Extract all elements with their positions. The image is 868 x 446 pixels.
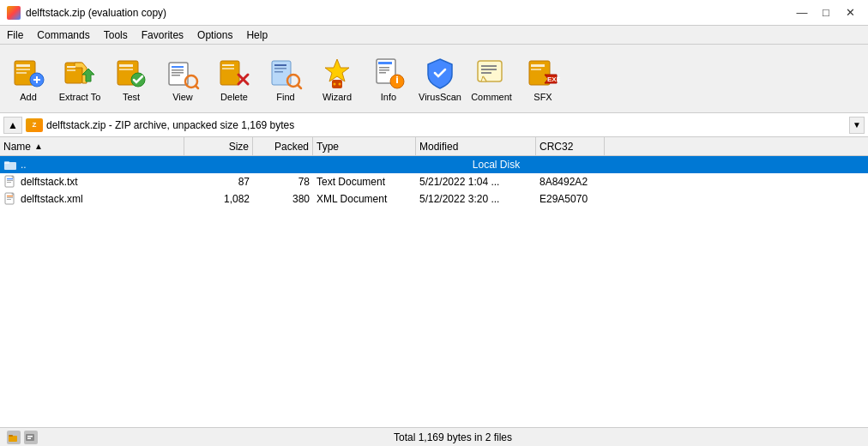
app-icon xyxy=(7,6,21,20)
menu-commands[interactable]: Commands xyxy=(30,27,96,43)
comment-button[interactable]: Comment xyxy=(467,48,516,110)
svg-line-32 xyxy=(298,85,301,88)
toolbar: Add Extract To Test xyxy=(0,45,868,113)
close-button[interactable]: ✕ xyxy=(839,4,861,21)
delete-button[interactable]: Delete xyxy=(209,48,259,110)
add-button[interactable]: Add xyxy=(3,48,53,110)
add-label: Add xyxy=(20,92,37,102)
svg-rect-40 xyxy=(379,69,389,71)
svg-rect-72 xyxy=(27,437,31,439)
svg-rect-43 xyxy=(396,78,398,83)
svg-rect-3 xyxy=(16,72,27,74)
file-cell-type: Text Document xyxy=(313,173,416,190)
svg-rect-64 xyxy=(7,196,13,196)
svg-rect-19 xyxy=(172,75,180,76)
info-label: Info xyxy=(381,92,396,102)
svg-rect-29 xyxy=(274,68,286,69)
svg-rect-45 xyxy=(478,61,502,81)
status-text: Total 1,169 bytes in 2 files xyxy=(45,431,861,443)
file-cell-packed: 380 xyxy=(253,190,313,208)
up-arrow-icon: ▲ xyxy=(8,119,18,131)
column-header-modified[interactable]: Modified xyxy=(416,137,536,155)
svg-rect-28 xyxy=(274,64,286,66)
status-bar: Total 1,169 bytes in 2 files xyxy=(0,427,868,446)
svg-rect-39 xyxy=(379,67,389,69)
parent-folder-icon xyxy=(3,158,17,172)
table-row[interactable]: .. Local Disk xyxy=(0,156,868,173)
menu-file[interactable]: File xyxy=(0,27,30,43)
menu-tools[interactable]: Tools xyxy=(97,27,135,43)
svg-text:EXE: EXE xyxy=(547,75,560,83)
minimize-button[interactable]: — xyxy=(791,4,813,21)
svg-rect-23 xyxy=(222,64,234,66)
title-bar-left: delftstack.zip (evaluation copy) xyxy=(7,6,166,20)
column-header-crc[interactable]: CRC32 xyxy=(536,137,605,155)
file-cell-packed xyxy=(253,156,313,173)
menu-bar: File Commands Tools Favorites Options He… xyxy=(0,26,868,45)
file-cell-crc: 8A8492A2 xyxy=(536,173,605,190)
menu-help[interactable]: Help xyxy=(239,27,274,43)
svg-rect-70 xyxy=(26,434,34,441)
table-row[interactable]: delftstack.xml 1,082 380 XML Document 5/… xyxy=(0,190,868,208)
column-header-packed[interactable]: Packed xyxy=(253,137,313,155)
file-cell-crc: E29A5070 xyxy=(536,190,605,208)
file-cell-type: XML Document xyxy=(313,190,416,208)
wizard-button[interactable]: Wizard xyxy=(312,48,362,110)
test-icon xyxy=(114,56,148,90)
svg-rect-1 xyxy=(16,64,30,67)
column-header-name[interactable]: Name ▲ xyxy=(0,137,184,155)
file-cell-size: 1,082 xyxy=(184,190,253,208)
wizard-icon xyxy=(320,56,354,90)
sort-icon: ▲ xyxy=(34,142,43,151)
svg-rect-61 xyxy=(7,182,11,183)
column-header-type[interactable]: Type xyxy=(313,137,416,155)
title-bar: delftstack.zip (evaluation copy) — □ ✕ xyxy=(0,0,868,26)
svg-rect-52 xyxy=(531,64,545,67)
virusscan-icon xyxy=(423,56,457,90)
file-cell-size xyxy=(184,156,253,173)
view-button[interactable]: View xyxy=(158,48,208,110)
svg-rect-24 xyxy=(222,68,234,69)
info-button[interactable]: Info xyxy=(364,48,413,110)
wizard-label: Wizard xyxy=(322,92,352,102)
svg-rect-10 xyxy=(67,69,75,71)
svg-rect-44 xyxy=(396,76,398,78)
comment-icon xyxy=(474,56,509,90)
table-row[interactable]: delftstack.txt 87 78 Text Document 5/21/… xyxy=(0,173,868,190)
file-cell-modified: 5/21/2022 1:04 ... xyxy=(416,173,536,190)
file-cell-name: delftstack.xml xyxy=(0,190,184,208)
address-dropdown-button[interactable]: ▼ xyxy=(849,117,865,134)
svg-rect-69 xyxy=(9,435,13,437)
navigate-up-button[interactable]: ▲ xyxy=(3,117,22,134)
extract-button[interactable]: Extract To xyxy=(55,48,105,110)
find-button[interactable]: Find xyxy=(261,48,310,110)
svg-rect-47 xyxy=(481,69,497,70)
view-icon xyxy=(166,56,200,90)
svg-rect-59 xyxy=(7,178,13,179)
extract-label: Extract To xyxy=(59,92,101,102)
test-button[interactable]: Test xyxy=(106,48,156,110)
txt-file-icon xyxy=(3,175,17,189)
svg-rect-9 xyxy=(67,66,75,68)
svg-rect-16 xyxy=(172,66,184,68)
address-text: delftstack.zip - ZIP archive, unpacked s… xyxy=(46,119,846,131)
maximize-button[interactable]: □ xyxy=(815,4,837,21)
menu-favorites[interactable]: Favorites xyxy=(135,27,190,43)
add-icon xyxy=(11,56,45,90)
status-icon-1 xyxy=(7,431,21,444)
test-label: Test xyxy=(123,92,140,102)
svg-rect-17 xyxy=(172,69,184,71)
menu-options[interactable]: Options xyxy=(190,27,239,43)
svg-rect-66 xyxy=(7,199,11,200)
svg-marker-33 xyxy=(325,59,349,81)
sfx-button[interactable]: EXE SFX xyxy=(518,48,568,110)
address-bar: ▲ Z delftstack.zip - ZIP archive, unpack… xyxy=(0,113,868,137)
column-headers: Name ▲ Size Packed Type Modified CRC32 xyxy=(0,137,868,156)
comment-label: Comment xyxy=(471,92,512,102)
column-header-size[interactable]: Size xyxy=(184,137,253,155)
svg-rect-60 xyxy=(7,180,13,181)
virusscan-button[interactable]: VirusScan xyxy=(415,48,465,110)
file-cell-packed: 78 xyxy=(253,173,313,190)
file-list-container: Name ▲ Size Packed Type Modified CRC32 xyxy=(0,137,868,427)
svg-rect-6 xyxy=(36,76,38,83)
